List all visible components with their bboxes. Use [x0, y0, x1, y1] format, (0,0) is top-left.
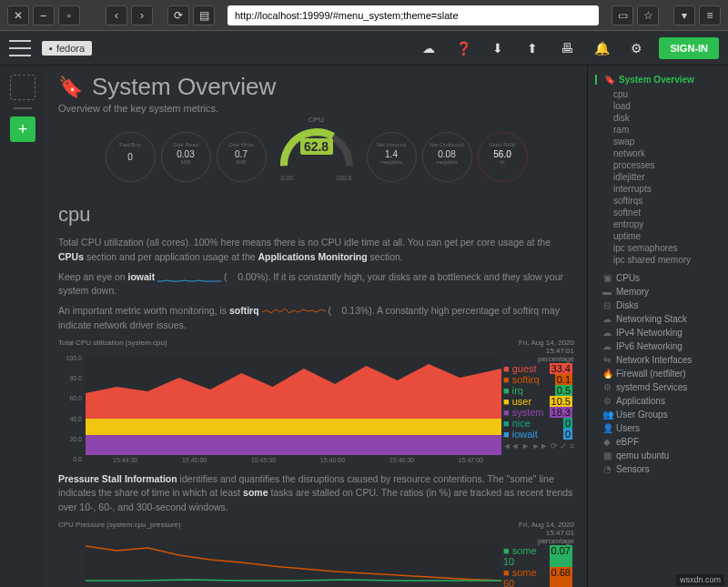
cpu-desc-1: Total CPU utilization (all cores). 100% …	[58, 236, 574, 265]
iowait-sparkline	[157, 273, 221, 282]
right-nav-item[interactable]: 👥User Groups	[595, 408, 721, 421]
upload-icon[interactable]: ⬆	[521, 36, 544, 60]
gauge-disk-write[interactable]: Disk Write0.7MiB	[217, 132, 267, 182]
nav-item-icon: ▦	[602, 450, 612, 460]
softirq-sparkline	[262, 307, 326, 316]
browser-back[interactable]: ‹	[106, 5, 127, 25]
right-nav-sub[interactable]: disk	[595, 112, 721, 124]
right-nav-sub[interactable]: load	[595, 100, 721, 112]
gauge-net-in[interactable]: Net Inbound1.4megabits	[367, 132, 417, 182]
right-nav-sub[interactable]: interrupts	[595, 183, 721, 195]
watermark: wsxdn.com	[676, 574, 724, 585]
url-bar[interactable]: http://localhost:19999/#menu_system;them…	[228, 5, 599, 25]
right-nav-sub[interactable]: softirqs	[595, 195, 721, 207]
nav-item-icon: ◆	[602, 437, 612, 447]
help-icon[interactable]: ❓	[451, 36, 475, 60]
section-title-cpu: cpu	[58, 203, 574, 227]
browser-reload[interactable]: ⟳	[167, 5, 189, 25]
right-nav-sub[interactable]: entropy	[595, 218, 721, 230]
host-icon: ▪	[49, 43, 53, 54]
gauge-disk-read[interactable]: Disk Read0.03MiB	[161, 132, 211, 182]
nav-item-icon: ⊟	[602, 300, 612, 310]
right-nav-sub[interactable]: network	[595, 147, 721, 159]
chart2-title: CPU Pressure (system.cpu_pressure)	[58, 521, 181, 537]
right-nav-item[interactable]: ⚙systemd Services	[595, 380, 721, 394]
gauge-factboy[interactable]: Fact/Boy0	[106, 132, 156, 182]
right-nav-item[interactable]: ▣CPUs	[595, 271, 721, 285]
nav-item-icon: ⇆	[602, 355, 612, 365]
right-nav-item[interactable]: ☁IPv4 Networking	[595, 326, 721, 339]
right-nav-item[interactable]: ☁IPv6 Networking	[595, 339, 721, 353]
pressure-chart[interactable]: percentage ■ some 100.07■ some 600.68	[58, 537, 574, 587]
nav-item-icon: 👤	[602, 423, 612, 433]
right-nav-item[interactable]: ⇆Network Interfaces	[595, 353, 721, 367]
right-nav-item[interactable]: ◆eBPF	[595, 435, 721, 449]
nav-item-icon: 👥	[602, 410, 612, 420]
browser-reader[interactable]: ▤	[193, 5, 215, 25]
browser-menu[interactable]: ≡	[699, 5, 721, 25]
window-close[interactable]: ✕	[7, 5, 29, 25]
right-nav-item[interactable]: ▦qemu ubuntu	[595, 449, 721, 462]
right-nav-item[interactable]: ⚙Applications	[595, 394, 721, 408]
right-nav-sub[interactable]: cpu	[595, 88, 721, 100]
right-nav-item[interactable]: ▬Memory	[595, 285, 721, 299]
host-chip[interactable]: ▪ fedora	[42, 41, 92, 56]
pressure-chart-svg	[86, 537, 501, 582]
browser-view-img[interactable]: ▭	[612, 5, 633, 25]
svg-marker-3	[86, 364, 501, 419]
psi-desc: Pressure Stall Information identifies an…	[58, 472, 574, 515]
right-nav-sub[interactable]: uptime	[595, 230, 721, 242]
browser-bookmark[interactable]: ☆	[637, 5, 659, 25]
print-icon[interactable]: 🖶	[555, 36, 579, 60]
right-nav-sub[interactable]: softnet	[595, 207, 721, 218]
right-nav-sub[interactable]: ipc semaphores	[595, 242, 721, 254]
app-bar: ▪ fedora ☁ ❓ ⬇ ⬆ 🖶 🔔 ⚙ SIGN-IN	[0, 31, 728, 66]
add-node-button[interactable]: +	[10, 116, 35, 142]
node-current[interactable]	[10, 75, 35, 100]
menu-toggle[interactable]	[9, 40, 31, 56]
nav-item-icon: ⚙	[602, 396, 612, 406]
right-nav-item[interactable]: ◔Sensors	[595, 462, 721, 476]
cloud-sync-icon[interactable]: ☁	[417, 36, 440, 60]
nav-item-icon: ☁	[602, 328, 612, 338]
cpu-desc-2: Keep an eye on iowait ( 0.00%). If it is…	[58, 270, 574, 299]
nav-item-icon: ▬	[602, 287, 612, 297]
gauge-ram[interactable]: Used RAM56.0%	[478, 132, 528, 182]
right-nav-item[interactable]: ⊟Disks	[595, 299, 721, 312]
chart-controls[interactable]: ◄◄ ► ►► ⟳ ⤢ ≡	[501, 440, 574, 452]
right-nav[interactable]: 🔖 System Overview cpuloaddiskramswapnetw…	[587, 66, 728, 587]
gauge-net-out[interactable]: Net Outbound0.08megabits	[422, 132, 472, 182]
window-restore[interactable]: ▫	[58, 5, 80, 25]
cpu-chart[interactable]: 100.080.060.040.020.00.0 15:44:3015:45:0…	[58, 355, 574, 463]
gauges-row: Fact/Boy0 Disk Read0.03MiB Disk Write0.7…	[58, 125, 574, 188]
browser-forward[interactable]: ›	[131, 5, 153, 25]
page-subtitle: Overview of the key system metrics.	[58, 103, 574, 114]
window-minimize[interactable]: ‒	[33, 5, 55, 25]
right-nav-item[interactable]: ☁Networking Stack	[595, 312, 721, 326]
nav-item-icon: ☁	[602, 314, 612, 324]
nav-item-icon: ◔	[602, 464, 612, 474]
right-nav-sub[interactable]: swap	[595, 136, 721, 147]
bell-icon[interactable]: 🔔	[590, 36, 613, 60]
right-nav-sub[interactable]: processes	[595, 159, 721, 171]
browser-downloads[interactable]: ▾	[673, 5, 695, 25]
nav-item-icon: ⚙	[602, 382, 612, 392]
right-nav-item[interactable]: 🔥Firewall (netfilter)	[595, 367, 721, 380]
gauge-cpu[interactable]: CPU 62.8 0.00100.0	[276, 125, 358, 188]
right-nav-item[interactable]: 👤Users	[595, 421, 721, 435]
right-nav-sub[interactable]: ram	[595, 124, 721, 136]
gear-icon[interactable]: ⚙	[624, 36, 648, 60]
cpu-desc-3: An important metric worth monitoring, is…	[58, 304, 574, 333]
nav-item-icon: 🔥	[602, 369, 612, 379]
signin-button[interactable]: SIGN-IN	[659, 37, 719, 59]
download-icon[interactable]: ⬇	[486, 36, 510, 60]
cpu-chart-svg	[86, 355, 501, 455]
page-title: System Overview	[92, 73, 276, 101]
left-strip: +	[0, 66, 46, 587]
nav-item-icon: ☁	[602, 341, 612, 351]
right-nav-sub[interactable]: ipc shared memory	[595, 254, 721, 266]
main-content[interactable]: 🔖 System Overview Overview of the key sy…	[46, 66, 587, 587]
right-nav-header[interactable]: 🔖 System Overview	[595, 75, 721, 85]
right-nav-sub[interactable]: idlejitter	[595, 171, 721, 183]
nav-item-icon: ▣	[602, 273, 612, 283]
